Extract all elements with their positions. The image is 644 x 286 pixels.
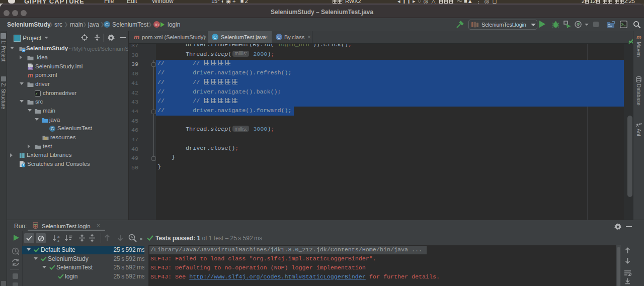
svg-text:IML: IML xyxy=(28,67,33,70)
svg-text:z: z xyxy=(57,238,59,242)
svg-text:s: s xyxy=(15,262,17,265)
